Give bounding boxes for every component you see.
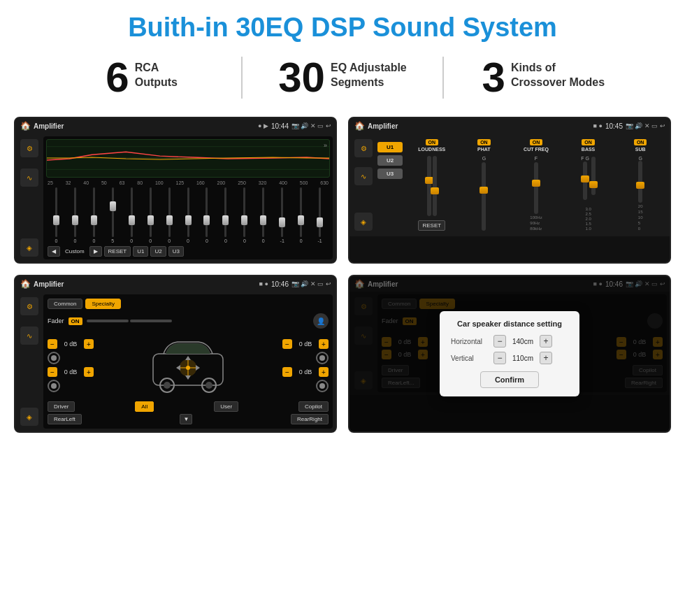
- confirm-button[interactable]: Confirm: [480, 371, 539, 388]
- cross-home-icon[interactable]: 🏠: [20, 278, 31, 289]
- db-minus-tl[interactable]: −: [48, 339, 57, 349]
- eq-vol-icon[interactable]: ◈: [20, 238, 38, 257]
- eq-thumb-8[interactable]: [185, 215, 192, 225]
- cross-tune-icon[interactable]: ⚙: [20, 297, 38, 315]
- loudness-thumb-2[interactable]: [431, 187, 439, 194]
- amp2-wave-icon[interactable]: ∿: [354, 167, 373, 185]
- amp2-tune-icon[interactable]: ⚙: [354, 139, 373, 157]
- eq-u1-btn[interactable]: U1: [133, 246, 148, 257]
- all-btn[interactable]: All: [135, 401, 154, 412]
- bass-thumb-2[interactable]: [589, 181, 598, 188]
- bass-on-badge[interactable]: ON: [582, 139, 595, 145]
- cutfreq-thumb[interactable]: [532, 180, 540, 187]
- eq-track-7[interactable]: [168, 187, 171, 237]
- vertical-minus-btn[interactable]: −: [493, 352, 506, 364]
- eq-track-13[interactable]: [281, 187, 283, 237]
- eq-thumb-1[interactable]: [53, 215, 59, 225]
- db-minus-tr[interactable]: −: [282, 339, 292, 349]
- eq-thumb-11[interactable]: [241, 215, 247, 225]
- eq-thumb-2[interactable]: [72, 215, 78, 225]
- eq-track-4[interactable]: [112, 187, 114, 237]
- db-plus-bl[interactable]: +: [84, 367, 94, 377]
- home-icon[interactable]: 🏠: [20, 120, 31, 131]
- eq-u3-btn[interactable]: U3: [168, 246, 184, 257]
- db-minus-bl[interactable]: −: [48, 367, 57, 377]
- eq-track-11[interactable]: [243, 187, 245, 237]
- horizontal-minus-btn[interactable]: −: [493, 335, 506, 348]
- eq-thumb-10[interactable]: [222, 215, 229, 225]
- db-plus-tl[interactable]: +: [84, 339, 94, 349]
- vertical-plus-btn[interactable]: +: [540, 352, 552, 364]
- fader-slider-h2[interactable]: [130, 320, 172, 322]
- amp-ch-u3[interactable]: U3: [377, 169, 403, 179]
- eq-track-9[interactable]: [206, 187, 208, 237]
- eq-thumb-9[interactable]: [203, 215, 210, 225]
- amp-ch-u2[interactable]: U2: [377, 155, 403, 166]
- eq-next-btn[interactable]: ▶: [89, 246, 102, 257]
- cross-wave-icon[interactable]: ∿: [20, 327, 38, 345]
- cutfreq-slider[interactable]: [534, 162, 538, 214]
- eq-track-1[interactable]: [55, 187, 57, 237]
- eq-track-14[interactable]: [300, 187, 302, 237]
- db-plus-tr[interactable]: +: [319, 339, 329, 349]
- amp2-vol-icon[interactable]: ◈: [354, 213, 373, 231]
- loudness-slider-1[interactable]: [427, 156, 431, 216]
- eq-track-6[interactable]: [150, 187, 152, 237]
- amp-ch-u1[interactable]: U1: [377, 142, 403, 152]
- copilot-btn[interactable]: Copilot: [298, 401, 329, 412]
- phat-on-badge[interactable]: ON: [477, 139, 491, 145]
- eq-thumb-3[interactable]: [91, 215, 97, 225]
- loudness-thumb-1[interactable]: [425, 177, 433, 184]
- eq-thumb-4[interactable]: [110, 201, 116, 211]
- eq-track-15[interactable]: [319, 187, 321, 237]
- bass-slider-2[interactable]: [591, 157, 596, 195]
- db-minus-br[interactable]: −: [282, 367, 292, 377]
- driver-btn[interactable]: Driver: [48, 401, 75, 412]
- eq-u2-btn[interactable]: U2: [150, 246, 166, 257]
- sub-thumb[interactable]: [636, 182, 644, 189]
- rearright-btn[interactable]: RearRight: [291, 414, 329, 424]
- sub-on-badge[interactable]: ON: [634, 139, 647, 145]
- rearleft-down-icon[interactable]: ▼: [180, 414, 192, 424]
- eq-track-8[interactable]: [187, 187, 189, 237]
- loudness-on-badge[interactable]: ON: [426, 139, 439, 145]
- cross-tab-common[interactable]: Common: [48, 299, 82, 309]
- phat-thumb[interactable]: [480, 187, 488, 194]
- amp-home-icon[interactable]: 🏠: [354, 120, 365, 131]
- fader-on-btn[interactable]: ON: [68, 317, 82, 325]
- phat-label: PHAT: [477, 147, 491, 152]
- eq-reset-btn[interactable]: RESET: [104, 246, 131, 257]
- eq-tune-icon[interactable]: ⚙: [20, 139, 38, 157]
- loudness-slider-2[interactable]: [433, 156, 437, 216]
- eq-thumb-13[interactable]: [279, 217, 285, 227]
- eq-track-12[interactable]: [262, 187, 264, 237]
- cross-tab-specialty[interactable]: Specialty: [85, 299, 120, 309]
- eq-thumb-7[interactable]: [166, 215, 173, 225]
- eq-track-5[interactable]: [131, 187, 133, 237]
- cutfreq-on-badge[interactable]: ON: [530, 139, 543, 145]
- cross-user-icon[interactable]: 👤: [313, 313, 329, 329]
- eq-track-10[interactable]: [224, 187, 226, 237]
- eq-thumb-6[interactable]: [147, 215, 154, 225]
- user-btn[interactable]: User: [214, 401, 238, 412]
- eq-prev-btn[interactable]: ◀: [48, 246, 60, 257]
- cross-vol-icon[interactable]: ◈: [20, 408, 38, 426]
- eq-thumb-14[interactable]: [298, 215, 304, 225]
- eq-wave-icon[interactable]: ∿: [20, 169, 38, 187]
- eq-expand-icon[interactable]: »: [324, 142, 327, 149]
- bass-thumb-1[interactable]: [581, 176, 589, 182]
- eq-thumb-15[interactable]: [317, 217, 323, 227]
- loudness-reset[interactable]: RESET: [418, 220, 445, 231]
- horizontal-plus-btn[interactable]: +: [540, 335, 552, 348]
- sub-slider[interactable]: [638, 161, 642, 203]
- bass-slider-1[interactable]: [583, 162, 587, 200]
- distance-dialog-overlay: Car speaker distance setting Horizontal …: [349, 276, 670, 431]
- fader-slider-h1[interactable]: [87, 320, 129, 322]
- db-plus-br[interactable]: +: [319, 367, 329, 377]
- eq-track-2[interactable]: [74, 187, 76, 237]
- phat-slider[interactable]: [482, 162, 486, 231]
- rearleft-btn[interactable]: RearLeft: [48, 414, 82, 424]
- eq-thumb-5[interactable]: [129, 215, 135, 225]
- eq-track-3[interactable]: [93, 187, 95, 237]
- eq-thumb-12[interactable]: [260, 215, 266, 225]
